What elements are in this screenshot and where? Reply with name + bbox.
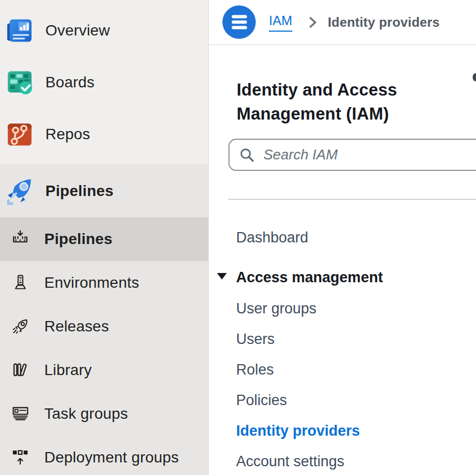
sidebar-item-label: Pipelines [44, 230, 113, 248]
triangle-down-icon[interactable] [217, 273, 227, 280]
sidebar-item-overview[interactable]: Overview [0, 4, 208, 56]
sidebar-item-task-groups[interactable]: Task groups [0, 392, 208, 436]
nav-item-identity-providers[interactable]: Identity providers [236, 421, 360, 440]
repos-icon [5, 120, 34, 149]
page-title: Identity and Access Management (IAM) [237, 78, 433, 126]
nav-item-users[interactable]: Users [236, 330, 275, 348]
search-input[interactable] [262, 146, 445, 164]
pipelines-section: Pipelines Pipelines [0, 164, 208, 475]
azure-devops-sidebar: Overview Boards [0, 0, 209, 475]
nav-item-user-groups[interactable]: User groups [236, 299, 316, 318]
nav-item-roles[interactable]: Roles [236, 360, 274, 379]
sidebar-item-boards[interactable]: Boards [0, 56, 208, 108]
sidebar-item-deployment-groups[interactable]: Deployment groups [0, 436, 208, 475]
deployment-groups-icon [11, 448, 30, 467]
breadcrumb-link-iam[interactable]: IAM [269, 13, 292, 32]
task-groups-icon [11, 405, 30, 423]
sidebar-item-label: Overview [45, 22, 110, 39]
sidebar-item-label: Boards [45, 74, 95, 91]
iam-search-box[interactable] [228, 139, 476, 171]
breadcrumb-current: Identity providers [328, 15, 440, 30]
nav-item-policies[interactable]: Policies [236, 391, 287, 409]
close-panel-icon[interactable] [473, 73, 476, 81]
sidebar-item-releases[interactable]: Releases [0, 305, 208, 348]
hamburger-menu-icon [222, 5, 256, 39]
nav-item-dashboard[interactable]: Dashboard [236, 228, 308, 247]
sidebar-item-library[interactable]: Library [0, 348, 208, 392]
sidebar-item-pipelines[interactable]: Pipelines [0, 217, 208, 261]
sidebar-item-repos[interactable]: Repos [0, 108, 208, 160]
sidebar-item-label: Task groups [44, 405, 128, 423]
overview-icon [5, 16, 34, 45]
sidebar-item-label: Deployment groups [44, 449, 179, 466]
divider [228, 199, 476, 200]
sidebar-item-label: Releases [44, 318, 109, 335]
releases-rocket-icon [11, 317, 30, 336]
sidebar-item-label: Repos [45, 126, 90, 143]
nav-section-access-management[interactable]: Access management [236, 268, 383, 287]
sidebar-item-label: Environments [44, 274, 139, 292]
iam-panel: IAM Identity providers Identity and Acce… [209, 0, 476, 475]
pipelines-rocket-icon [5, 177, 34, 205]
sidebar-item-label: Pipelines [45, 182, 114, 200]
library-books-icon [11, 361, 30, 379]
boards-icon [5, 68, 34, 97]
sidebar-item-environments[interactable]: Environments [0, 261, 208, 305]
sidebar-item-label: Library [44, 361, 92, 379]
sidebar-item-pipelines-hub[interactable]: Pipelines [0, 164, 208, 217]
environments-icon [11, 274, 30, 292]
search-icon [239, 147, 254, 162]
build-icon [11, 230, 30, 248]
nav-item-account-settings[interactable]: Account settings [236, 452, 344, 471]
chevron-right-icon [307, 16, 319, 29]
hamburger-menu-button[interactable] [222, 5, 256, 39]
console-topbar: IAM Identity providers [209, 0, 476, 45]
